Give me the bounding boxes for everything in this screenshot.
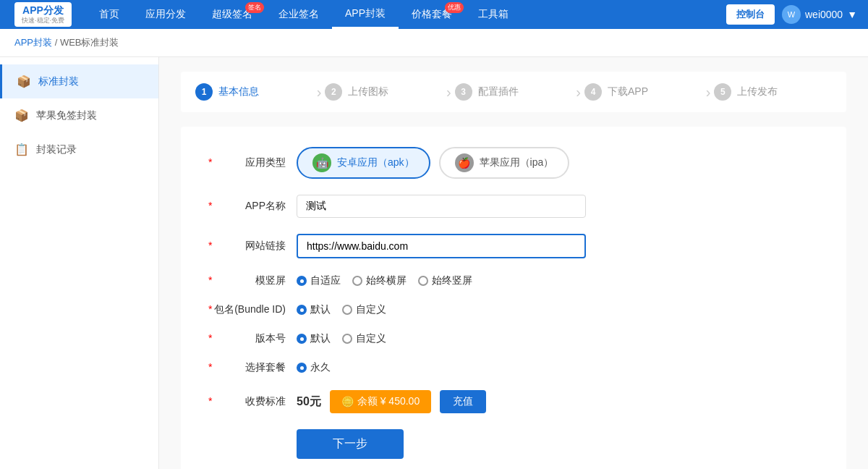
radio-portrait[interactable]: 始终竖屏 <box>418 274 472 287</box>
label-apptype: * 应用类型 <box>203 156 297 169</box>
sidebar: 📦 标准封装 📦 苹果免签封装 📋 封装记录 <box>0 57 159 469</box>
step-3: 3 配置插件 <box>455 83 573 101</box>
step-1: 1 基本信息 <box>195 83 313 101</box>
radio-package-forever[interactable]: 永久 <box>297 361 331 374</box>
dropdown-icon: ▼ <box>847 9 857 20</box>
nav-item-wrap[interactable]: APP封装 <box>332 0 399 29</box>
coin-icon: 🪙 <box>341 396 354 407</box>
android-icon: 🤖 <box>312 153 331 172</box>
top-nav: APP分发 快速·稳定·免费 首页 应用分发 超级签名 签名 企业签名 APP封… <box>0 0 868 29</box>
step-arrow-3: › <box>576 84 581 101</box>
form-row-package: * 选择套餐 永久 <box>203 361 825 374</box>
label-package: * 选择套餐 <box>203 361 297 374</box>
step-5-num: 5 <box>714 83 731 101</box>
label-appname: * APP名称 <box>203 200 297 213</box>
next-btn-area: 下一步 <box>203 429 825 459</box>
step-4-label: 下载APP <box>608 85 648 98</box>
nav-right: 控制台 W wei0000 ▼ <box>726 4 868 25</box>
apple-icon: 📦 <box>14 109 29 122</box>
nav-item-distribute[interactable]: 应用分发 <box>132 0 199 29</box>
username: wei0000 <box>805 9 843 20</box>
form-row-version: * 版本号 默认 自定义 <box>203 332 825 345</box>
form-row-fee: * 收费标准 50元 🪙 余额 ¥ 450.00 充值 <box>203 390 825 413</box>
screen-radio-group: 自适应 始终横屏 始终竖屏 <box>297 274 472 287</box>
step-5: 5 上传发布 <box>714 83 832 101</box>
badge-sign: 签名 <box>245 2 264 13</box>
label-fee: * 收费标准 <box>203 395 297 408</box>
nav-item-home[interactable]: 首页 <box>86 0 132 29</box>
label-version: * 版本号 <box>203 332 297 345</box>
form-row-apptype: * 应用类型 🤖 安卓应用（apk） 🍎 苹果应用（ipa） <box>203 147 825 179</box>
step-1-num: 1 <box>195 83 213 101</box>
step-2-label: 上传图标 <box>348 85 388 98</box>
breadcrumb-current: WEB标准封装 <box>60 37 119 48</box>
radio-version-default[interactable]: 默认 <box>297 332 331 345</box>
main-layout: 📦 标准封装 📦 苹果免签封装 📋 封装记录 一淘模版 1 基本信息 › 2 上 <box>0 57 868 469</box>
radio-adaptive[interactable]: 自适应 <box>297 274 341 287</box>
user-info[interactable]: W wei0000 ▼ <box>782 5 857 24</box>
label-screen: * 模竖屏 <box>203 274 297 287</box>
recharge-button[interactable]: 充值 <box>440 390 486 413</box>
nav-item-tools[interactable]: 工具箱 <box>465 0 522 29</box>
sidebar-item-standard[interactable]: 📦 标准封装 <box>0 64 158 98</box>
avatar: W <box>782 5 801 24</box>
logo: APP分发 快速·稳定·免费 <box>0 0 86 29</box>
step-1-label: 基本信息 <box>218 85 259 98</box>
apple-type-icon: 🍎 <box>455 153 474 172</box>
content-area: 一淘模版 1 基本信息 › 2 上传图标 › 3 配置插件 › 4 下载APP <box>159 57 868 469</box>
android-btn[interactable]: 🤖 安卓应用（apk） <box>297 147 430 179</box>
radio-bundle-default[interactable]: 默认 <box>297 303 331 316</box>
fee-amount: 50元 <box>297 394 321 410</box>
step-2: 2 上传图标 <box>325 83 443 101</box>
bundle-radio-group: 默认 自定义 <box>297 303 386 316</box>
step-arrow-4: › <box>706 84 711 101</box>
breadcrumb: APP封装 / WEB标准封装 <box>0 29 868 57</box>
step-3-num: 3 <box>455 83 472 101</box>
version-radio-group: 默认 自定义 <box>297 332 386 345</box>
package-radio-group: 永久 <box>297 361 331 374</box>
balance-button[interactable]: 🪙 余额 ¥ 450.00 <box>330 390 431 413</box>
form-row-appname: * APP名称 <box>203 195 825 218</box>
step-5-label: 上传发布 <box>737 85 778 98</box>
url-input[interactable] <box>297 234 586 258</box>
form-row-url: * 网站链接 <box>203 234 825 258</box>
ios-btn[interactable]: 🍎 苹果应用（ipa） <box>439 147 570 179</box>
fee-content: 50元 🪙 余额 ¥ 450.00 充值 <box>297 390 486 413</box>
sidebar-item-apple[interactable]: 📦 苹果免签封装 <box>0 98 158 132</box>
step-arrow-1: › <box>317 84 322 101</box>
badge-promo: 优惠 <box>445 2 464 13</box>
logo-sub: 快速·稳定·免费 <box>22 17 64 25</box>
records-icon: 📋 <box>14 143 29 156</box>
steps-bar: 1 基本信息 › 2 上传图标 › 3 配置插件 › 4 下载APP › 5 上… <box>181 72 846 112</box>
label-url: * 网站链接 <box>203 240 297 253</box>
package-icon: 📦 <box>17 75 31 88</box>
nav-item-enterprise[interactable]: 企业签名 <box>265 0 332 29</box>
nav-item-super-sign[interactable]: 超级签名 签名 <box>199 0 265 29</box>
nav-items: 首页 应用分发 超级签名 签名 企业签名 APP封装 价格套餐 优惠 工具箱 <box>86 0 726 29</box>
radio-version-custom[interactable]: 自定义 <box>342 332 386 345</box>
next-button[interactable]: 下一步 <box>297 429 404 459</box>
breadcrumb-wrap[interactable]: APP封装 <box>14 37 52 48</box>
app-type-buttons: 🤖 安卓应用（apk） 🍎 苹果应用（ipa） <box>297 147 569 179</box>
nav-item-price[interactable]: 价格套餐 优惠 <box>399 0 465 29</box>
radio-landscape[interactable]: 始终横屏 <box>352 274 407 287</box>
step-4: 4 下载APP <box>584 83 702 101</box>
step-2-num: 2 <box>325 83 342 101</box>
step-arrow-2: › <box>446 84 451 101</box>
form-row-bundle: * 包名(Bundle ID) 默认 自定义 <box>203 303 825 316</box>
step-3-label: 配置插件 <box>478 85 519 98</box>
label-bundle: * 包名(Bundle ID) <box>203 303 297 316</box>
form-row-screen: * 模竖屏 自适应 始终横屏 <box>203 274 825 287</box>
logo-main: APP分发 <box>22 4 64 17</box>
radio-bundle-custom[interactable]: 自定义 <box>342 303 386 316</box>
form-area: * 应用类型 🤖 安卓应用（apk） 🍎 苹果应用（ipa） <box>181 127 846 469</box>
sidebar-item-records[interactable]: 📋 封装记录 <box>0 132 158 166</box>
ctrl-button[interactable]: 控制台 <box>726 4 775 25</box>
app-name-input[interactable] <box>297 195 586 218</box>
step-4-num: 4 <box>584 83 602 101</box>
